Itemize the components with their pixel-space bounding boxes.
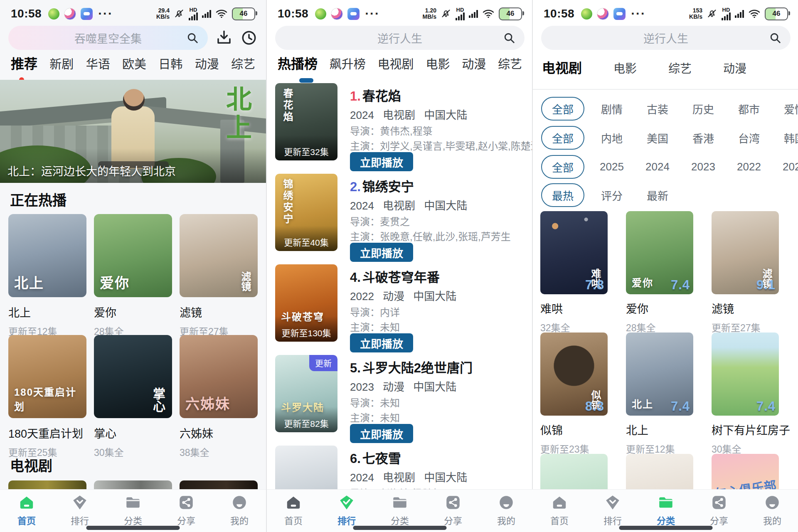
tab-tv[interactable]: 电视剧 — [378, 54, 414, 72]
filter-option[interactable]: 香港 — [685, 130, 722, 145]
tab-movie[interactable]: 电影 — [613, 59, 637, 76]
filter-option[interactable]: 内地 — [594, 130, 630, 145]
media-card[interactable]: 难哄 7.8 难哄 32集全 — [540, 211, 608, 334]
rank-list-item[interactable]: 锦绣安宁 更新至40集 2.锦绣安宁 2024 电视剧 中国大陆 导演：麦贯之 … — [275, 174, 525, 264]
filter-sort-row: 最热 评分 最新 — [533, 183, 798, 207]
play-now-button[interactable]: 立即播放 — [350, 243, 413, 262]
tab-new-dramas[interactable]: 新剧 — [49, 54, 74, 72]
poster-shuxia[interactable]: 7.4 — [712, 332, 779, 416]
nav-home[interactable]: 首页 — [267, 490, 320, 532]
filter-option[interactable]: 2021 — [776, 160, 798, 173]
filter-option[interactable]: 都市 — [731, 101, 767, 116]
search-input[interactable]: 逆行人生 — [541, 26, 791, 50]
signal-icon — [735, 10, 744, 18]
search-icon[interactable] — [186, 32, 199, 44]
tab-movie[interactable]: 电影 — [426, 54, 450, 72]
home-indicator[interactable] — [86, 526, 180, 530]
home-indicator[interactable] — [353, 526, 447, 530]
poster-aini[interactable]: 爱你 — [94, 214, 172, 297]
filter-option[interactable]: 评分 — [594, 187, 630, 203]
poster-beishang[interactable]: 北上 — [8, 214, 86, 297]
tab-variety[interactable]: 综艺 — [231, 54, 255, 72]
filter-pill-all[interactable]: 全部 — [541, 97, 584, 121]
tab-anime[interactable]: 动漫 — [462, 54, 486, 72]
filter-pill-hottest[interactable]: 最热 — [541, 183, 584, 207]
media-card[interactable]: 滤镜 滤镜 更新至27集 — [180, 214, 258, 338]
media-card[interactable]: 似锦 8.3 似锦 更新至23集 — [540, 332, 608, 456]
play-now-button[interactable]: 立即播放 — [350, 152, 413, 171]
home-indicator[interactable] — [619, 526, 713, 530]
tab-variety[interactable]: 综艺 — [498, 54, 522, 72]
rank-list-item[interactable]: 更新 斗罗大陆 更新至82集 5.斗罗大陆2绝世唐门 2023 动漫 中国大陆 … — [275, 355, 525, 445]
rank-list-item[interactable]: 斗破苍穹 更新至130集 4.斗破苍穹年番 2022 动漫 中国大陆 导演：内详… — [275, 264, 525, 355]
filter-option[interactable]: 2024 — [639, 160, 676, 173]
search-input[interactable]: 逆行人生 — [275, 26, 525, 50]
media-card[interactable]: 滤镜 9.1 滤镜 更新至27集 — [712, 211, 779, 334]
tab-tv[interactable]: 电视剧 — [542, 57, 582, 76]
media-card[interactable]: 180天重启计划 180天重启计划 更新至25集 — [8, 335, 86, 459]
card-subtitle: 28集全 — [626, 320, 693, 334]
nav-profile[interactable]: 我的 — [480, 490, 533, 532]
media-card[interactable]: 北上 7.4 北上 更新至12集 — [626, 332, 693, 456]
poster-liujiemei[interactable]: 六姊妹 — [180, 335, 258, 418]
filter-option[interactable]: 最新 — [639, 187, 676, 203]
wifi-icon — [748, 9, 761, 19]
media-card[interactable]: 掌心 掌心 30集全 — [94, 335, 172, 459]
search-input[interactable]: 吞噬星空全集 — [8, 26, 208, 50]
tab-chinese[interactable]: 华语 — [86, 54, 110, 72]
rank-list-item[interactable]: 春花焰 更新至32集 1.春花焰 2024 电视剧 中国大陆 导演：黄伟杰,程箓… — [275, 83, 525, 173]
tab-hot-list[interactable]: 热播榜 — [278, 53, 318, 72]
filter-option[interactable]: 台湾 — [731, 130, 767, 145]
filter-option[interactable]: 2022 — [731, 160, 767, 173]
download-icon[interactable] — [215, 29, 233, 47]
nav-home[interactable]: 首页 — [533, 490, 586, 532]
filter-option[interactable]: 美国 — [639, 130, 676, 145]
filter-pill-all[interactable]: 全部 — [541, 126, 584, 150]
poster-beishang[interactable]: 北上 7.4 — [626, 332, 693, 416]
history-icon[interactable] — [240, 29, 258, 47]
nav-home[interactable]: 首页 — [0, 490, 53, 532]
poster-180days[interactable]: 180天重启计划 — [8, 335, 86, 418]
filter-option[interactable]: 历史 — [685, 101, 722, 116]
poster-sijin[interactable]: 似锦 8.3 — [540, 332, 608, 416]
card-subtitle: 更新至12集 — [626, 441, 693, 456]
media-card[interactable]: 爱你 爱你 28集全 — [94, 214, 172, 338]
tab-variety[interactable]: 综艺 — [668, 59, 692, 76]
filter-option[interactable]: 2023 — [685, 160, 722, 173]
poster-lvjing[interactable]: 滤镜 — [180, 214, 258, 297]
search-icon[interactable] — [503, 32, 515, 44]
play-now-button[interactable]: 立即播放 — [350, 424, 413, 443]
filter-option[interactable]: 爱情 — [776, 101, 798, 116]
poster-nanhong[interactable]: 难哄 7.8 — [540, 211, 608, 294]
tab-anime[interactable]: 动漫 — [195, 54, 219, 72]
media-card[interactable]: 爱你 7.4 爱你 28集全 — [626, 211, 693, 334]
media-card[interactable]: 北上 北上 更新至12集 — [8, 214, 86, 338]
poster-lvjing[interactable]: 滤镜 9.1 — [712, 211, 779, 294]
filter-pill-all[interactable]: 全部 — [541, 155, 584, 179]
card-title: 掌心 — [94, 425, 172, 441]
play-now-button[interactable]: 立即播放 — [350, 333, 413, 352]
tab-recommend[interactable]: 推荐 — [11, 53, 37, 72]
filter-option[interactable]: 韩国 — [776, 130, 798, 145]
poster-chunhuayan[interactable]: 春花焰 更新至32集 — [275, 83, 337, 160]
filter-option[interactable]: 2025 — [594, 160, 630, 173]
media-card[interactable]: 六姊妹 六姊妹 38集全 — [180, 335, 258, 459]
search-icon[interactable] — [769, 32, 781, 44]
poster-douluodalu[interactable]: 更新 斗罗大陆 更新至82集 — [275, 355, 337, 432]
poster-aini[interactable]: 爱你 7.4 — [626, 211, 693, 294]
poster-zhangxin[interactable]: 掌心 — [94, 335, 172, 418]
tab-anime[interactable]: 动漫 — [723, 59, 746, 76]
hero-banner[interactable]: 北上 北上：运河边长大的年轻人到北京 — [0, 80, 266, 183]
nav-profile[interactable]: 我的 — [213, 490, 266, 532]
poster-doupocangqiong[interactable]: 斗破苍穹 更新至130集 — [275, 264, 337, 342]
tab-jp-kr[interactable]: 日韩 — [158, 54, 182, 72]
tab-rising-list[interactable]: 飙升榜 — [330, 54, 366, 72]
nav-profile[interactable]: 我的 — [746, 490, 798, 532]
rank-title: 2.锦绣安宁 — [350, 176, 414, 195]
poster-jinxiuanning[interactable]: 锦绣安宁 更新至40集 — [275, 174, 337, 251]
tab-western[interactable]: 欧美 — [122, 54, 146, 72]
filter-option[interactable]: 古装 — [639, 101, 676, 116]
filter-option[interactable]: 剧情 — [594, 101, 630, 116]
notification-app-icon — [597, 8, 609, 20]
media-card[interactable]: 7.4 树下有片红房子 30集全 — [712, 332, 779, 456]
